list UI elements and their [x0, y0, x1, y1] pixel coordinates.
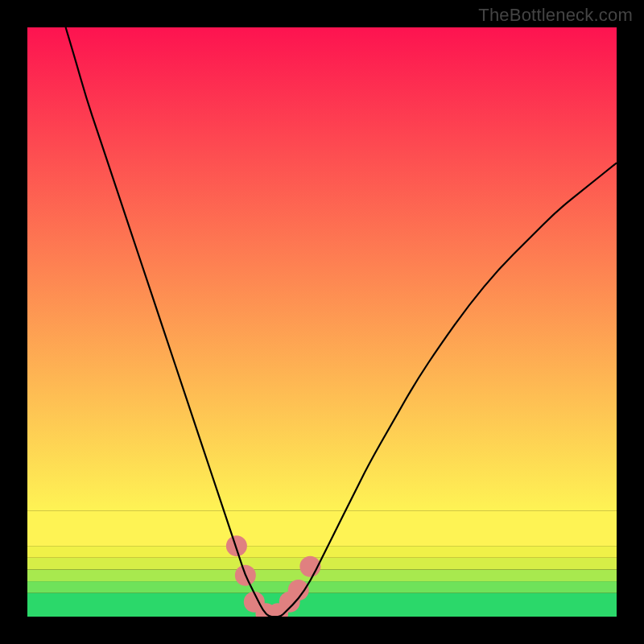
- plot-overlay: [27, 27, 617, 617]
- watermark-text: TheBottleneck.com: [478, 5, 633, 26]
- curve-markers: [226, 535, 321, 617]
- bottleneck-curve: [66, 27, 617, 617]
- plot-area: [27, 27, 617, 617]
- chart-frame: TheBottleneck.com: [0, 0, 644, 644]
- curve-marker: [226, 535, 247, 556]
